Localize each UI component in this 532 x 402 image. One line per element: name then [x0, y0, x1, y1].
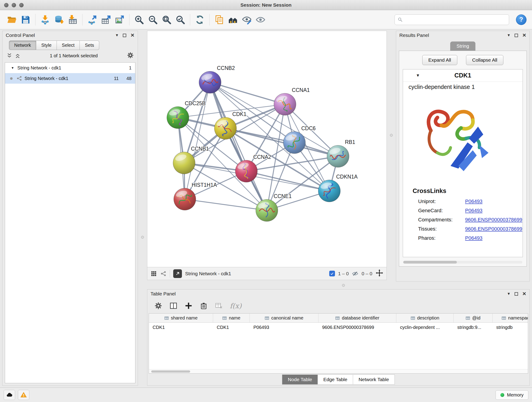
memory-button[interactable]: Memory — [496, 390, 528, 400]
cloud-status-button[interactable] — [4, 390, 15, 400]
tab-node-table[interactable]: Node Table — [282, 375, 318, 385]
expand-all-button[interactable]: Expand All — [422, 55, 457, 65]
minimize-window-button[interactable] — [12, 3, 16, 7]
birdseye-view-icon[interactable] — [160, 270, 167, 277]
edit-visibility-button[interactable] — [240, 13, 253, 27]
network-node-CDK1[interactable]: CDK1 — [215, 111, 247, 139]
panel-float-icon[interactable] — [123, 34, 126, 37]
network-edge[interactable] — [185, 199, 267, 211]
network-node-CCNB1[interactable]: CCNB1 — [173, 146, 209, 174]
export-network-button[interactable] — [86, 13, 99, 27]
import-table-button[interactable] — [66, 13, 79, 27]
first-neighbors-button[interactable] — [227, 13, 239, 27]
gene-collapse-icon[interactable]: ▼ — [416, 73, 420, 78]
network-node-CCNA1[interactable]: CCNA1 — [274, 87, 310, 115]
panel-menu-icon[interactable]: ▼ — [507, 292, 511, 296]
panel-menu-icon[interactable]: ▼ — [507, 33, 511, 37]
network-node-CCNB2[interactable]: CCNB2 — [199, 65, 235, 93]
splitter-handle[interactable] — [390, 134, 393, 137]
network-options-button[interactable] — [127, 51, 134, 60]
panel-float-icon[interactable] — [515, 34, 518, 37]
search-input[interactable] — [405, 17, 506, 22]
splitter-handle[interactable] — [342, 284, 345, 287]
network-canvas[interactable]: CCNB2CCNA1CDC25BCDK1CDC6RB1CCNB1CCNA2CDK… — [147, 31, 387, 267]
table-row[interactable]: CDK1CDK1P064939606.ENSP00000378699cyclin… — [149, 323, 528, 332]
maximize-window-button[interactable] — [19, 3, 24, 7]
panel-close-icon[interactable]: ✕ — [130, 32, 134, 38]
collapse-all-icon[interactable] — [6, 52, 13, 59]
crosslink-compartments-link[interactable]: 9606.ENSP00000378699 — [465, 217, 522, 223]
column-header-name[interactable]: name — [213, 313, 250, 322]
tab-network-table[interactable]: Network Table — [353, 375, 395, 385]
results-scrollbar[interactable] — [403, 261, 522, 264]
panel-float-icon[interactable] — [515, 292, 518, 296]
splitter-handle[interactable] — [141, 236, 144, 239]
import-network-database-button[interactable] — [52, 13, 65, 27]
tab-edge-table[interactable]: Edge Table — [318, 375, 353, 385]
import-network-file-button[interactable] — [39, 13, 51, 27]
column-header--id[interactable]: @id — [454, 313, 493, 322]
crosslink-genecard-link[interactable]: P06493 — [465, 208, 482, 214]
refresh-view-button[interactable] — [193, 13, 206, 27]
network-node-RB1[interactable]: RB1 — [327, 139, 355, 167]
tab-style[interactable]: Style — [36, 41, 57, 50]
tab-network[interactable]: Network — [9, 41, 36, 50]
network-edge[interactable] — [210, 82, 285, 104]
zoom-fit-button[interactable] — [160, 13, 173, 27]
panel-menu-icon[interactable]: ▼ — [115, 33, 119, 37]
network-node-HIST1H1A[interactable]: HIST1H1A — [174, 182, 217, 210]
crosslink-pharos-link[interactable]: P06493 — [465, 235, 482, 241]
network-edge[interactable] — [210, 82, 267, 211]
help-button[interactable]: ? — [516, 14, 526, 25]
save-session-button[interactable] — [19, 13, 32, 27]
zoom-selected-button[interactable] — [174, 13, 187, 27]
scrollbar-thumb[interactable] — [151, 370, 190, 373]
crosslink-tissues-link[interactable]: 9606.ENSP00000378699 — [465, 226, 522, 232]
tree-caret-icon[interactable]: ▼ — [11, 66, 14, 70]
table-settings-gear-icon[interactable] — [154, 302, 162, 310]
column-header-canonical-name[interactable]: canonical name — [250, 313, 318, 322]
zoom-out-button[interactable] — [146, 13, 159, 27]
network-graph[interactable]: CCNB2CCNA1CDC25BCDK1CDC6RB1CCNB1CCNA2CDK… — [147, 31, 386, 267]
panel-close-icon[interactable]: ✕ — [522, 32, 526, 38]
pan-mode-button[interactable] — [375, 269, 383, 278]
export-image-button[interactable] — [113, 13, 126, 27]
right-splitter[interactable] — [387, 29, 396, 281]
open-session-button[interactable] — [6, 13, 18, 27]
zoom-in-button[interactable] — [133, 13, 146, 27]
tab-string[interactable]: String — [450, 41, 476, 51]
tab-select[interactable]: Select — [57, 41, 80, 50]
horizontal-splitter[interactable] — [147, 281, 532, 289]
panel-close-icon[interactable]: ✕ — [522, 291, 526, 297]
column-header-shared-name[interactable]: shared name — [149, 313, 213, 322]
network-edge[interactable] — [185, 82, 210, 199]
close-window-button[interactable] — [4, 3, 8, 7]
network-collection-row[interactable]: ▼ String Network - cdk1 1 — [5, 63, 135, 73]
network-node-CDKN1A[interactable]: CDKN1A — [318, 174, 358, 202]
table-scrollbar[interactable] — [149, 369, 528, 373]
show-graphics-button[interactable] — [254, 13, 267, 27]
column-header-namespac[interactable]: namespac — [493, 313, 528, 322]
collapse-all-button[interactable]: Collapse All — [466, 55, 504, 65]
hidden-eye-icon[interactable] — [352, 270, 358, 277]
function-builder-button[interactable]: f(x) — [230, 302, 241, 310]
warnings-button[interactable] — [18, 390, 29, 400]
scrollbar-thumb[interactable] — [403, 261, 457, 264]
grid-view-icon[interactable] — [151, 270, 157, 277]
show-columns-icon[interactable] — [169, 302, 177, 310]
tab-sets[interactable]: Sets — [80, 41, 99, 50]
network-row-selected[interactable]: String Network - cdk1 11 48 — [5, 73, 135, 84]
clone-network-button[interactable] — [213, 13, 226, 27]
expand-all-icon[interactable] — [14, 52, 21, 59]
selected-checkbox[interactable] — [329, 271, 335, 276]
network-edge[interactable] — [225, 128, 338, 156]
delete-column-icon[interactable] — [200, 302, 208, 310]
add-column-icon[interactable] — [184, 302, 193, 310]
export-table-button[interactable] — [99, 13, 112, 27]
crosslink-uniprot-link[interactable]: P06493 — [465, 198, 482, 204]
left-splitter[interactable] — [138, 29, 147, 388]
column-header-description[interactable]: description — [396, 313, 454, 322]
gene-card-header[interactable]: ▼ CDK1 — [403, 70, 523, 82]
detach-view-button[interactable] — [173, 269, 182, 278]
column-header-database-identifier[interactable]: database identifier — [318, 313, 396, 322]
